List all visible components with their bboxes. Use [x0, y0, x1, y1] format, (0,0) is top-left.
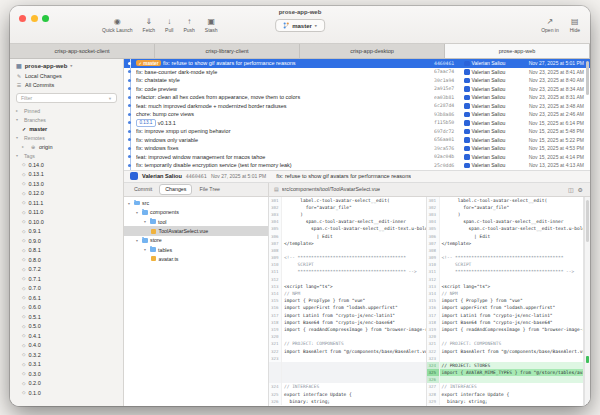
commit-row[interactable]: fix: improve xmpp uri opening behavior69… — [124, 127, 590, 136]
tag-icon: ◇ — [22, 267, 25, 272]
tab-changes[interactable]: Changes — [159, 184, 192, 195]
section-pinned[interactable]: ▸ Pinned — [10, 106, 123, 115]
tag-label: 0.10.0 — [28, 219, 43, 225]
tree-file[interactable]: avatar.ts — [124, 254, 268, 263]
hide-sidebar-button[interactable]: ▤ Hide — [570, 17, 580, 33]
push-button[interactable]: ↑ Push — [183, 17, 194, 33]
tree-folder[interactable]: ▾components — [124, 208, 268, 217]
sidebar-tag-item[interactable]: ◇0.7.2 — [10, 265, 123, 275]
stash-button[interactable]: ▣ Stash — [205, 17, 218, 33]
overview-ruler[interactable] — [584, 197, 590, 407]
line-text — [440, 247, 584, 254]
line-number: 309 — [427, 254, 440, 261]
section-remotes[interactable]: ▾ Remotes — [10, 133, 123, 142]
sidebar-repo-header[interactable]: ▦ prose-app-web ▾ — [10, 59, 123, 71]
sidebar-tag-item[interactable]: ◇0.9.1 — [10, 227, 123, 237]
fetch-label: Fetch — [143, 27, 156, 33]
author-name: Valerian Saliou — [472, 162, 506, 168]
line-number: 325 — [269, 391, 282, 398]
line-text: import Latin1 from "crypto-js/enc-latin1… — [440, 312, 584, 319]
open-in-button[interactable]: ↗ Open in — [541, 17, 559, 33]
sidebar-tag-item[interactable]: ◇0.7.0 — [10, 284, 123, 294]
sidebar-tag-item[interactable]: ◇0.14.0 — [10, 160, 123, 170]
sidebar-tag-item[interactable]: ◇0.11.1 — [10, 198, 123, 208]
sidebar-tag-item[interactable]: ◇0.8.1 — [10, 246, 123, 256]
repo-tab[interactable]: crisp-library-client — [155, 44, 300, 58]
filter-input[interactable]: Filter ▼ — [16, 93, 117, 103]
tag-icon: ◇ — [22, 229, 25, 234]
commit-row[interactable]: refactor: clean all hex codes from appea… — [124, 93, 590, 102]
sidebar-tag-item[interactable]: ◇0.3.2 — [10, 350, 123, 360]
commit-row[interactable]: ✓masterfix: refuse to show gif avatars f… — [124, 59, 590, 68]
sidebar-tag-item[interactable]: ◇0.3.0 — [10, 369, 123, 379]
sidebar-item-all-commits[interactable]: ☰ All Commits — [10, 81, 123, 91]
close-window-button[interactable] — [19, 15, 26, 22]
commit-dot — [128, 96, 131, 99]
commit-date: Nov 23, 2025 at 3:48 AM — [520, 103, 590, 109]
sidebar-tag-item[interactable]: ◇0.5.0 — [10, 322, 123, 332]
commit-row[interactable]: chore: bump core views93b8a86Valerian Sa… — [124, 110, 590, 119]
commit-row[interactable]: fix: windows only variable656aa01Valeria… — [124, 136, 590, 145]
sidebar-tag-item[interactable]: ◇0.6.1 — [10, 293, 123, 303]
fetch-button[interactable]: ⇓ Fetch — [143, 17, 156, 33]
settings-icon[interactable]: ⚙ — [578, 186, 583, 193]
sidebar-tag-item[interactable]: ◇0.4.1 — [10, 331, 123, 341]
repo-tab[interactable]: crisp-app-desktop — [300, 44, 445, 58]
sidebar-tag-item[interactable]: ◇0.3.1 — [10, 360, 123, 370]
pull-button[interactable]: ↓ Pull — [165, 17, 173, 33]
tab-commit[interactable]: Commit — [129, 185, 157, 194]
repo-tab[interactable]: prose-app-web — [445, 44, 590, 58]
sidebar-tag-item[interactable]: ◇0.12.0 — [10, 189, 123, 199]
commit-row[interactable]: fix: temporarily disable encryption serv… — [124, 161, 590, 170]
scrollbar-thumb[interactable] — [586, 200, 589, 242]
section-tags[interactable]: ▾ Tags — [10, 151, 123, 160]
sidebar-item-local-changes[interactable]: ✎ Local Changes — [10, 71, 123, 81]
split-view-icon[interactable]: ◫ — [568, 186, 574, 193]
repo-tabbar: crisp-app-socket-clientcrisp-library-cli… — [10, 44, 590, 59]
commit-row[interactable]: fix: base-counter dark-mode style67aac74… — [124, 68, 590, 77]
sidebar-tag-item[interactable]: ◇0.9.0 — [10, 236, 123, 246]
sidebar-tag-item[interactable]: ◇0.2.0 — [10, 379, 123, 389]
sidebar-remote-origin[interactable]: ▸ ⊕ origin — [10, 142, 123, 151]
tree-folder[interactable]: ▾tool — [124, 217, 268, 226]
sidebar-tag-item[interactable]: ◇0.8.0 — [10, 255, 123, 265]
diff-line-old: 302 for="avatar_file" — [269, 204, 426, 211]
sidebar-tag-item[interactable]: ◇0.11.0 — [10, 208, 123, 218]
tag-icon: ◇ — [22, 191, 25, 196]
scrollbar-thumb[interactable] — [586, 61, 589, 95]
tree-folder[interactable]: ▾tables — [124, 245, 268, 254]
commit-row[interactable]: fix: windows fixes39ca576Valerian Saliou… — [124, 144, 590, 153]
line-text: import upperFirst from "lodash.upperfirs… — [282, 304, 426, 311]
repo-tab[interactable]: crisp-app-socket-client — [10, 44, 155, 58]
sidebar-tag-item[interactable]: ◇0.4.0 — [10, 341, 123, 351]
commit-row[interactable]: feat: improved window management for mac… — [124, 153, 590, 162]
quick-launch-button[interactable]: ◉ Quick Launch — [102, 17, 133, 33]
avatar — [464, 129, 470, 135]
sidebar-tag-item[interactable]: ◇0.10.0 — [10, 217, 123, 227]
tree-folder[interactable]: ▾store — [124, 236, 268, 245]
sidebar-tag-item[interactable]: ◇0.5.1 — [10, 312, 123, 322]
minimize-window-button[interactable] — [31, 15, 38, 22]
commit-row[interactable]: fix: code preview2a915e7Valerian SaliouN… — [124, 85, 590, 94]
sidebar-tag-item[interactable]: ◇0.6.0 — [10, 303, 123, 313]
section-branches[interactable]: ▾ Branches — [10, 115, 123, 124]
sidebar-tag-item[interactable]: ◇0.7.1 — [10, 274, 123, 284]
line-text — [282, 355, 426, 362]
sidebar-tag-item[interactable]: ◇0.1.0 — [10, 388, 123, 398]
tree-folder[interactable]: ▾src — [124, 199, 268, 208]
commit-row[interactable]: fix: chatstate style30c1a94Valerian Sali… — [124, 76, 590, 85]
branch-selector[interactable]: master ▾ — [275, 19, 325, 32]
tree-file[interactable]: ToolAvatarSelect.vue — [124, 226, 268, 235]
tab-file-tree[interactable]: File Tree — [194, 185, 225, 194]
commit-row[interactable]: feat: much improved darkmode + modernize… — [124, 102, 590, 111]
local-changes-label: Local Changes — [25, 73, 62, 79]
commit-dot — [128, 121, 131, 124]
zoom-window-button[interactable] — [42, 15, 49, 22]
commit-row[interactable]: 0.13.1v0.13.1f115b50Valerian SaliouNov 1… — [124, 119, 590, 128]
line-text — [282, 247, 426, 254]
line-text: SCRIPT — [282, 261, 426, 268]
sidebar-tag-item[interactable]: ◇0.13.0 — [10, 179, 123, 189]
sidebar-tag-item[interactable]: ◇0.13.1 — [10, 170, 123, 180]
commit-date: Nov 15, 2025 at 6:14 PM — [520, 120, 590, 126]
sidebar-branch-master[interactable]: ✓ master — [10, 124, 123, 133]
